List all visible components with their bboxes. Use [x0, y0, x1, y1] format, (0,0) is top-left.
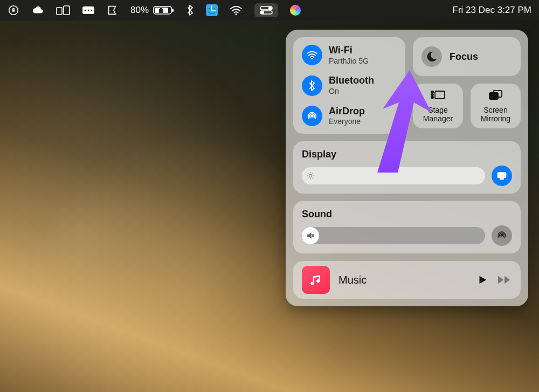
cc-row-top: Wi-Fi ParthJio 5G Bluetooth On AirDrop: [293, 37, 521, 134]
svg-rect-11: [160, 8, 162, 9]
control-center-toggle[interactable]: [254, 3, 278, 17]
svg-rect-25: [431, 94, 433, 95]
svg-point-7: [91, 10, 93, 11]
keyboard-icon[interactable]: [82, 5, 95, 15]
svg-point-18: [269, 7, 272, 10]
svg-rect-2: [57, 8, 62, 15]
airdrop-subtitle: Everyone: [329, 117, 365, 126]
svg-point-6: [88, 10, 89, 11]
stage-l2: Manager: [423, 114, 453, 123]
svg-rect-31: [500, 178, 504, 180]
wifi-icon: [302, 45, 322, 65]
svg-rect-1: [12, 10, 15, 12]
svg-point-15: [214, 8, 215, 9]
svg-rect-12: [159, 9, 163, 13]
focus-button[interactable]: Focus: [413, 37, 521, 76]
svg-rect-27: [489, 93, 498, 99]
svg-point-21: [312, 58, 313, 59]
menu-bar: 80% Fri 23 Dec 3:27 PM: [0, 0, 539, 20]
wifi-title: Wi-Fi: [329, 45, 369, 57]
sound-card: Sound: [293, 201, 521, 253]
battery-icon: [153, 5, 175, 16]
finder-menu-icon[interactable]: [206, 4, 218, 16]
control-center-panel: Wi-Fi ParthJio 5G Bluetooth On AirDrop: [286, 30, 528, 306]
connectivity-card: Wi-Fi ParthJio 5G Bluetooth On AirDrop: [293, 37, 405, 134]
bluetooth-title: Bluetooth: [329, 75, 374, 87]
display-settings-button[interactable]: [492, 166, 512, 186]
display-header: Display: [302, 149, 512, 160]
sound-header: Sound: [302, 209, 512, 220]
display-card: Display: [293, 141, 521, 194]
svg-point-29: [309, 175, 312, 177]
play-button[interactable]: [476, 274, 488, 286]
bluetooth-subtitle: On: [329, 87, 374, 96]
sidecar-icon[interactable]: [56, 5, 70, 16]
airplay-audio-button[interactable]: [492, 225, 512, 246]
svg-point-14: [209, 8, 210, 9]
wifi-menu-icon[interactable]: [230, 5, 243, 16]
svg-point-34: [501, 234, 503, 237]
mirror-l1: Screen: [483, 106, 507, 114]
screen-mirroring-icon: [488, 89, 504, 104]
brightness-icon: [302, 167, 319, 184]
lock-icon[interactable]: [8, 4, 19, 16]
battery-status[interactable]: 80%: [130, 5, 175, 16]
svg-rect-23: [435, 91, 445, 99]
cloud-icon[interactable]: [31, 4, 44, 16]
bluetooth-menu-icon[interactable]: [186, 4, 194, 16]
moon-icon: [421, 46, 442, 67]
svg-point-16: [235, 13, 237, 15]
svg-rect-24: [431, 91, 433, 93]
wifi-subtitle: ParthJio 5G: [329, 57, 369, 66]
airdrop-toggle[interactable]: AirDrop Everyone: [302, 106, 397, 126]
display-brightness-slider[interactable]: [302, 167, 485, 184]
menu-extra-icon[interactable]: [107, 4, 119, 16]
airdrop-title: AirDrop: [329, 106, 365, 118]
bluetooth-toggle[interactable]: Bluetooth On: [302, 75, 397, 95]
wifi-toggle[interactable]: Wi-Fi ParthJio 5G: [302, 45, 397, 65]
svg-point-20: [261, 11, 264, 14]
stage-manager-icon: [430, 89, 446, 104]
bluetooth-icon: [302, 75, 322, 96]
mirror-l2: Mirroring: [481, 114, 510, 123]
airdrop-icon: [302, 106, 322, 126]
stage-manager-button[interactable]: StageManager: [413, 84, 463, 128]
svg-point-22: [310, 114, 314, 118]
stage-l1: Stage: [428, 106, 448, 114]
sound-volume-slider[interactable]: [302, 227, 485, 244]
svg-rect-26: [431, 97, 433, 98]
menu-datetime[interactable]: Fri 23 Dec 3:27 PM: [453, 5, 531, 16]
mute-icon: [302, 227, 319, 244]
svg-rect-30: [497, 173, 507, 178]
screen-mirroring-button[interactable]: ScreenMirroring: [471, 84, 521, 128]
cc-right-column: Focus StageManager ScreenMirroring: [413, 37, 521, 134]
now-playing-card[interactable]: Music: [293, 261, 521, 299]
focus-title: Focus: [450, 51, 478, 63]
siri-icon[interactable]: [290, 5, 301, 16]
music-app-icon: [302, 266, 330, 294]
svg-rect-3: [64, 6, 70, 15]
next-track-button[interactable]: [497, 274, 512, 286]
music-label: Music: [338, 274, 468, 286]
battery-percent-label: 80%: [130, 5, 149, 16]
svg-rect-9: [172, 9, 174, 12]
svg-point-5: [85, 10, 86, 11]
